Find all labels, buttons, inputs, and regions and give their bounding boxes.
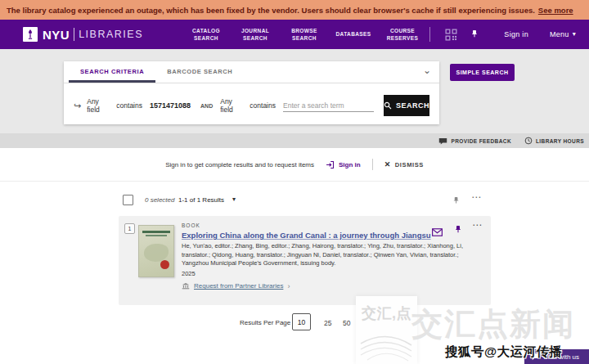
collapse-panel-icon[interactable]: ⌄ <box>423 65 431 76</box>
results-count[interactable]: 1-1 of 1 Results <box>178 196 224 204</box>
cover-art-red-seal <box>160 260 169 269</box>
jhd-logo-bridge-icon <box>359 327 413 362</box>
jhd-watermark-logo: 交汇,点 <box>356 296 417 364</box>
see-more-link[interactable]: See more <box>538 6 573 15</box>
boolean-operator[interactable]: AND <box>200 103 213 109</box>
sign-in-icon <box>326 160 335 169</box>
per-page-option-50[interactable]: 50 <box>343 319 350 327</box>
library-hours-label: LIBRARY HOURS <box>536 138 584 144</box>
nav-browse-search[interactable]: BROWSE SEARCH <box>284 20 325 49</box>
email-record-icon[interactable] <box>432 225 443 240</box>
menu-label: Menu <box>550 30 569 38</box>
clock-icon <box>524 137 533 145</box>
query-row: ↪ Any field contains 1571471088 AND Any … <box>74 94 429 117</box>
banner-separator <box>372 159 373 170</box>
cover-art-subtitle-band <box>146 235 167 236</box>
close-icon: ✕ <box>384 160 391 169</box>
provide-feedback-button[interactable]: PROVIDE FEEDBACK <box>438 137 511 145</box>
result-card[interactable]: 1 BOOK Exploring China along the Grand C… <box>119 216 491 305</box>
torch-icon <box>25 29 36 40</box>
provide-feedback-label: PROVIDE FEEDBACK <box>451 138 511 144</box>
query2-input[interactable] <box>283 100 374 112</box>
record-more-actions-icon[interactable]: ⋯ <box>472 219 483 231</box>
results-more-actions-icon[interactable]: ⋯ <box>471 191 482 203</box>
tab-search-criteria[interactable]: SEARCH CRITERIA <box>69 61 155 83</box>
nav-course-reserves[interactable]: COURSE RESERVES <box>382 20 423 49</box>
save-record-pin-icon[interactable] <box>454 223 464 238</box>
nyu-torch-logo[interactable] <box>23 27 38 42</box>
record-date: 2025 <box>182 270 483 277</box>
signin-banner: Sign in to get complete results and to r… <box>0 148 589 182</box>
qr-code-icon[interactable] <box>443 27 458 42</box>
sohu-watermark: 搜狐号@大运河传播 <box>445 344 563 361</box>
book-cover-thumbnail[interactable] <box>138 225 174 277</box>
search-button[interactable]: SEARCH <box>384 95 429 116</box>
brand-libraries[interactable]: LIBRARIES <box>79 29 143 40</box>
operator2-select[interactable]: contains <box>250 101 276 110</box>
save-results-pin-icon[interactable] <box>452 194 461 209</box>
library-hours-button[interactable]: LIBRARY HOURS <box>524 137 584 145</box>
banner-sign-in-label: Sign in <box>339 161 361 169</box>
tab-barcode-search[interactable]: BARCODE SEARCH <box>155 61 244 83</box>
results-toolbar: 0 selected 1-1 of 1 Results ▾ ⋯ <box>0 193 589 209</box>
subquery-arrow-icon: ↪ <box>74 101 81 111</box>
app-header: NYU LIBRARIES CATALOG SEARCH JOURNAL SEA… <box>0 20 589 49</box>
outage-alert-banner: The library catalog experienced an outag… <box>0 0 589 20</box>
per-page-option-25[interactable]: 25 <box>324 319 331 327</box>
library-catalog-page: The library catalog experienced an outag… <box>0 0 589 364</box>
search-tabs: SEARCH CRITERIA BARCODE SEARCH ⌄ <box>64 61 439 83</box>
results-per-page-label: Results Per Page <box>240 319 290 326</box>
nav-journal-search[interactable]: JOURNAL SEARCH <box>235 20 276 49</box>
operator1-select[interactable]: contains <box>116 101 142 110</box>
partner-library-icon <box>182 282 190 290</box>
brand-divider <box>74 28 74 41</box>
header-menu[interactable]: Menu ▾ <box>550 30 576 38</box>
request-row: Request from Partner Libraries › <box>182 282 483 290</box>
magnifier-icon <box>384 101 392 110</box>
dismiss-label: DISMISS <box>395 161 424 169</box>
results-count-caret-icon[interactable]: ▾ <box>232 195 236 203</box>
field1-select[interactable]: Any field <box>87 97 109 114</box>
banner-sign-in-link[interactable]: Sign in <box>326 160 361 169</box>
header-right: Sign in Menu ▾ <box>443 27 579 42</box>
select-all-checkbox[interactable] <box>123 195 133 205</box>
jhd-logo-text: 交汇,点 <box>356 296 417 323</box>
selected-count: 0 selected <box>145 196 174 204</box>
utility-bar: PROVIDE FEEDBACK LIBRARY HOURS <box>0 133 589 148</box>
nav-databases[interactable]: DATABASES <box>333 20 374 49</box>
signin-message: Sign in to get complete results and to r… <box>165 161 314 169</box>
advanced-search-panel: SEARCH CRITERIA BARCODE SEARCH ⌄ ↪ Any f… <box>64 61 439 124</box>
request-chevron-icon: › <box>287 282 290 290</box>
feedback-icon <box>438 137 447 145</box>
request-partner-libraries-link[interactable]: Request from Partner Libraries <box>194 282 283 290</box>
result-index: 1 <box>124 223 135 234</box>
field2-select[interactable]: Any field <box>220 97 242 114</box>
header-nav: CATALOG SEARCH JOURNAL SEARCH BROWSE SEA… <box>186 20 423 49</box>
alert-text: The library catalog experienced an outag… <box>7 6 535 15</box>
jhd-news-watermark: 交汇点新闻 <box>411 303 575 345</box>
brand-nyu[interactable]: NYU <box>43 28 70 42</box>
simple-search-button[interactable]: SIMPLE SEARCH <box>450 64 515 81</box>
query1-value[interactable]: 1571471088 <box>150 101 191 110</box>
cover-art-map-shape <box>144 244 169 262</box>
record-contributors: He, Yun'ao, editor.; Zhang, Bing, editor… <box>182 242 483 268</box>
dismiss-button[interactable]: ✕ DISMISS <box>384 160 424 169</box>
cover-art-title-band <box>142 231 170 233</box>
header-divider <box>429 27 430 42</box>
nav-catalog-search[interactable]: CATALOG SEARCH <box>186 20 227 49</box>
header-sign-in[interactable]: Sign in <box>504 30 528 38</box>
search-button-label: SEARCH <box>396 101 429 110</box>
menu-caret-icon: ▾ <box>573 31 576 38</box>
per-page-option-10[interactable]: 10 <box>292 313 311 330</box>
pin-icon[interactable] <box>468 27 483 42</box>
